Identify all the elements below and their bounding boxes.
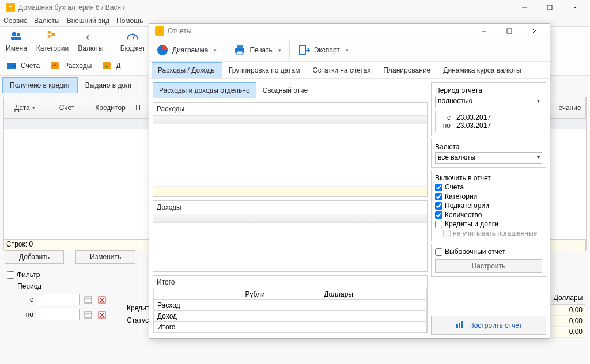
- svg-line-12: [50, 32, 52, 35]
- subtab-separate[interactable]: Расходы и доходы отдельно: [153, 82, 256, 98]
- tab-balances[interactable]: Остатки на счетах: [306, 62, 377, 78]
- accounts-section[interactable]: Счета: [6, 60, 40, 71]
- col-partial1[interactable]: П: [133, 97, 143, 118]
- print-button[interactable]: Печать▾: [230, 41, 284, 59]
- incomes-label: Д: [116, 62, 120, 70]
- include-credits[interactable]: Кредиты и долги: [435, 220, 542, 228]
- add-button[interactable]: Добавить: [5, 250, 64, 264]
- svg-rect-39: [456, 324, 458, 328]
- tab-received-credit[interactable]: Получено в кредит: [2, 77, 78, 93]
- clear-date-icon[interactable]: [97, 294, 107, 305]
- incomes-section[interactable]: Д: [101, 60, 120, 71]
- income-icon: [101, 60, 112, 71]
- close-button[interactable]: [562, 0, 588, 15]
- toolbar-separator: [289, 41, 290, 59]
- total-panel: Итого РублиДоллары Расход Доход Итого: [153, 275, 428, 333]
- include-accounts[interactable]: Счета: [435, 183, 542, 191]
- subtab-summary[interactable]: Сводный отчет: [256, 82, 317, 98]
- menu-appearance[interactable]: Внешний вид: [67, 17, 109, 25]
- names-label: Имена: [6, 44, 27, 52]
- expenses-list[interactable]: [153, 124, 427, 196]
- printer-icon: [233, 44, 246, 56]
- categories-button[interactable]: Категории: [34, 28, 71, 54]
- tab-expenses-income[interactable]: Расходы / Доходы: [152, 62, 222, 78]
- dlg-maximize-button[interactable]: [497, 24, 522, 39]
- col-creditor[interactable]: Кредитор: [88, 97, 133, 118]
- period-from-value: 23.03.2017: [456, 113, 491, 122]
- period-to-label: по: [440, 122, 451, 130]
- include-categories[interactable]: Категории: [435, 192, 542, 200]
- svg-rect-0: [7, 5, 14, 10]
- income-list-header: [153, 214, 427, 223]
- export-button[interactable]: Экспорт▾: [294, 41, 352, 59]
- row-expense: Расход: [154, 300, 241, 311]
- income-panel: Доходы: [153, 200, 428, 272]
- expenses-total-row: [153, 186, 427, 196]
- from-label: с: [17, 295, 33, 304]
- tab-given-loan[interactable]: Выдано в долг: [78, 77, 139, 93]
- reports-icon: [155, 26, 164, 36]
- col-usd: Доллары: [320, 289, 427, 300]
- expenses-panel-title: Расходы: [153, 103, 427, 115]
- date-from-input[interactable]: . .: [37, 294, 80, 305]
- status-filter-label: Статус: [127, 316, 149, 324]
- export-label: Экспорт: [314, 46, 340, 54]
- svg-line-15: [133, 35, 135, 39]
- toolbar-separator: [225, 41, 225, 59]
- budget-button[interactable]: Бюджет: [118, 28, 148, 54]
- income-panel-title: Доходы: [153, 201, 427, 214]
- col-date[interactable]: Дата▾: [4, 97, 46, 118]
- categories-label: Категории: [36, 44, 69, 52]
- include-quantity[interactable]: Количество: [435, 211, 542, 219]
- build-report-button[interactable]: Построить отчет: [431, 316, 546, 335]
- svg-rect-37: [237, 51, 243, 55]
- reports-dialog: Отчеты Диаграмма▾ Печать▾ Экспорт▾ Расхо…: [149, 23, 550, 339]
- selective-report[interactable]: Выборочный отчет: [435, 248, 542, 256]
- minimize-button[interactable]: [512, 0, 537, 15]
- menu-service[interactable]: Сервис: [3, 17, 27, 25]
- currency-label: Валюта: [435, 143, 542, 151]
- dlg-close-button[interactable]: [522, 24, 547, 39]
- accounts-label: Счета: [21, 62, 40, 70]
- svg-rect-17: [13, 65, 16, 67]
- dlg-minimize-button[interactable]: [471, 24, 497, 39]
- svg-point-7: [17, 33, 20, 37]
- col-account[interactable]: Счет: [46, 97, 88, 118]
- chart-button[interactable]: Диаграмма▾: [153, 41, 220, 59]
- peek-value: 0,00: [551, 327, 585, 338]
- period-select[interactable]: полностью: [435, 96, 542, 107]
- configure-button[interactable]: Настроить: [435, 259, 542, 273]
- tab-group-by-date[interactable]: Группировка по датам: [222, 62, 307, 78]
- include-subcategories[interactable]: Подкатегории: [435, 202, 542, 210]
- ignore-paid[interactable]: не учитывать погашенные: [435, 229, 542, 237]
- gauge-icon: [126, 29, 139, 43]
- currencies-button[interactable]: € Валюты: [75, 28, 106, 54]
- expenses-section[interactable]: Расходы: [49, 60, 92, 71]
- peek-value: 0,00: [551, 316, 585, 327]
- totals-peek: Доллары 0,00 0,00 0,00: [551, 291, 585, 338]
- svg-rect-8: [11, 37, 21, 40]
- col-note[interactable]: ечание: [554, 97, 586, 118]
- svg-rect-41: [461, 321, 463, 328]
- people-icon: [9, 29, 23, 43]
- currency-select[interactable]: все валюты: [435, 152, 542, 164]
- menu-help[interactable]: Помощь: [116, 17, 143, 25]
- tab-rate-dynamics[interactable]: Динамика курса валюты: [437, 62, 527, 78]
- main-titlebar: Домашняя бухгалтерия 6 / Вася /: [0, 0, 590, 15]
- row-income: Доход: [154, 311, 241, 322]
- calendar-icon[interactable]: [83, 294, 93, 305]
- svg-rect-1: [9, 6, 12, 7]
- build-label: Построить отчет: [469, 321, 522, 329]
- budget-label: Бюджет: [120, 44, 145, 52]
- maximize-button[interactable]: [537, 0, 562, 15]
- svg-point-6: [12, 32, 16, 36]
- tab-planning[interactable]: Планирование: [377, 62, 437, 78]
- edit-button[interactable]: Изменить: [75, 250, 135, 264]
- period-to-value: 23.03.2017: [456, 122, 491, 130]
- menu-currencies[interactable]: Валюты: [34, 17, 60, 25]
- svg-rect-40: [459, 323, 460, 328]
- income-list[interactable]: [153, 223, 427, 271]
- tree-icon: [46, 29, 59, 43]
- expenses-panel: Расходы: [153, 102, 428, 197]
- names-button[interactable]: Имена: [3, 28, 29, 54]
